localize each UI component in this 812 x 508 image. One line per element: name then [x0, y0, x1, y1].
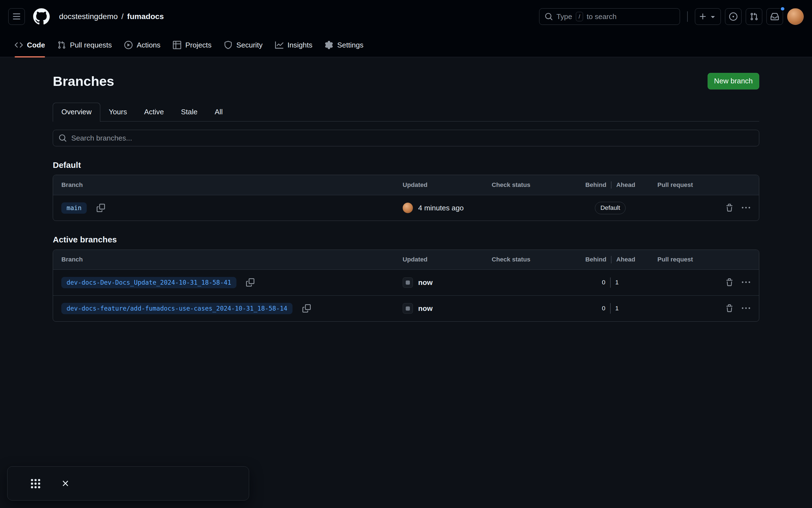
committer-avatar[interactable]: [403, 203, 413, 213]
tab-overview[interactable]: Overview: [53, 103, 100, 122]
search-placeholder-prefix: Type: [557, 12, 572, 21]
committer-avatar[interactable]: [403, 303, 413, 313]
tab-active[interactable]: Active: [135, 103, 172, 121]
tab-pull-requests[interactable]: Pull requests: [53, 33, 116, 57]
notifications-button[interactable]: [766, 8, 783, 25]
tab-insights[interactable]: Insights: [271, 33, 317, 57]
tab-yours[interactable]: Yours: [100, 103, 135, 121]
table-row: dev-docs-feature/add-fumadocs-use-cases_…: [53, 295, 759, 322]
tab-label: Insights: [287, 41, 312, 49]
header-actions: Type / to search: [539, 8, 804, 25]
tab-label: Code: [27, 41, 45, 49]
trash-icon: [725, 304, 734, 312]
issues-button[interactable]: [725, 8, 741, 25]
breadcrumb-repo[interactable]: fumadocs: [127, 12, 164, 21]
row-menu-button[interactable]: [739, 276, 753, 289]
trash-icon: [725, 204, 734, 212]
hamburger-icon: [12, 12, 21, 21]
tab-label: Settings: [337, 41, 363, 49]
copy-branch-button[interactable]: [94, 201, 108, 215]
pull-requests-button[interactable]: [746, 8, 762, 25]
col-branch: Branch: [53, 256, 403, 263]
main-content: Branches New branch Overview Yours Activ…: [53, 57, 759, 322]
inbox-icon: [771, 12, 779, 21]
tab-settings[interactable]: Settings: [321, 33, 368, 57]
behind-count: 0: [602, 279, 605, 286]
table-header-row: Branch Updated Check status Behind Ahead…: [53, 175, 759, 195]
pull-request-icon: [750, 12, 758, 21]
row-menu-button[interactable]: [739, 302, 753, 315]
grid-icon: [30, 478, 41, 489]
tab-code[interactable]: Code: [10, 33, 49, 57]
tab-stale[interactable]: Stale: [172, 103, 206, 121]
plus-icon: [699, 12, 707, 21]
inbox-wrapper: [766, 8, 783, 25]
create-new-button[interactable]: [695, 8, 721, 25]
table-header-row: Branch Updated Check status Behind Ahead…: [53, 250, 759, 269]
branch-name-link[interactable]: main: [61, 202, 87, 214]
col-pull-request: Pull request: [645, 256, 759, 263]
copy-branch-button[interactable]: [300, 302, 313, 315]
apps-grid-button[interactable]: [27, 475, 44, 492]
delete-branch-button[interactable]: [723, 302, 736, 315]
actions-icon: [124, 41, 132, 49]
breadcrumb-separator: /: [121, 12, 123, 21]
row-actions: [645, 201, 759, 215]
tab-all[interactable]: All: [206, 103, 231, 121]
column-divider: [610, 278, 611, 288]
code-icon: [15, 41, 23, 49]
col-check-status: Check status: [492, 256, 576, 263]
header-divider: [687, 11, 688, 22]
row-menu-button[interactable]: [739, 201, 753, 215]
kebab-icon: [742, 278, 750, 287]
committer-avatar[interactable]: [403, 278, 413, 288]
tab-label: Projects: [185, 41, 211, 49]
col-updated: Updated: [403, 256, 492, 263]
search-icon: [58, 134, 67, 142]
copy-branch-button[interactable]: [244, 276, 257, 289]
search-placeholder-suffix: to search: [586, 12, 616, 21]
github-branches-page: docstestingdemo / fumadocs Type / to sea…: [0, 0, 812, 508]
copy-icon: [246, 278, 254, 287]
issues-icon: [729, 12, 737, 21]
breadcrumb: docstestingdemo / fumadocs: [59, 12, 164, 21]
user-avatar[interactable]: [787, 8, 804, 25]
updated-cell: now: [403, 278, 492, 288]
active-section-heading: Active branches: [53, 235, 759, 244]
pull-request-icon: [57, 41, 66, 49]
global-search-input[interactable]: Type / to search: [539, 8, 680, 25]
copy-icon: [97, 204, 105, 212]
updated-cell: now: [403, 303, 492, 313]
tab-security[interactable]: Security: [220, 33, 267, 57]
new-branch-button[interactable]: New branch: [707, 73, 759, 89]
table-row: main 4 minutes ago Default: [53, 195, 759, 221]
delete-branch-button[interactable]: [723, 276, 736, 289]
branch-name-link[interactable]: dev-docs-Dev-Docs_Update_2024-10-31_18-5…: [61, 277, 236, 288]
col-check-status: Check status: [492, 181, 576, 188]
col-behind-ahead: Behind Ahead: [576, 256, 645, 263]
row-actions: [645, 276, 759, 289]
copy-icon: [302, 304, 311, 312]
hamburger-button[interactable]: [8, 8, 25, 25]
behind-count: 0: [602, 305, 605, 312]
kebab-icon: [742, 304, 750, 312]
col-ahead: Ahead: [616, 181, 635, 188]
branch-cell: dev-docs-Dev-Docs_Update_2024-10-31_18-5…: [53, 276, 403, 289]
slash-key-hint: /: [576, 12, 583, 21]
branch-search-input[interactable]: [53, 130, 759, 146]
branch-name-link[interactable]: dev-docs-feature/add-fumadocs-use-cases_…: [61, 303, 292, 314]
col-updated: Updated: [403, 181, 492, 188]
tab-projects[interactable]: Projects: [169, 33, 216, 57]
behind-ahead-cell: 0 1: [576, 303, 645, 313]
breadcrumb-owner[interactable]: docstestingdemo: [59, 12, 118, 21]
branch-cell: main: [53, 201, 403, 215]
updated-time: now: [418, 278, 433, 287]
tab-actions[interactable]: Actions: [120, 33, 165, 57]
default-badge: Default: [595, 202, 625, 214]
github-logo[interactable]: [33, 8, 50, 25]
updated-cell: 4 minutes ago: [403, 203, 492, 213]
security-icon: [224, 41, 232, 49]
close-toolbar-button[interactable]: [57, 475, 74, 492]
delete-branch-button[interactable]: [723, 201, 736, 215]
column-divider: [611, 181, 611, 188]
